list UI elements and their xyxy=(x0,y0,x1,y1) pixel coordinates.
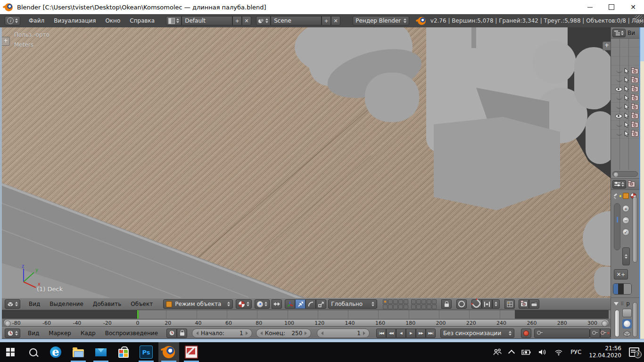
screen-layout-icon-button[interactable] xyxy=(166,16,182,25)
insert-keyframe-button[interactable] xyxy=(590,329,600,338)
taskbar-photoshop-button[interactable]: Ps xyxy=(136,342,157,362)
cube-button[interactable] xyxy=(623,330,631,337)
taskbar-search-button[interactable] xyxy=(23,342,43,362)
language-indicator[interactable]: РУС xyxy=(570,349,581,355)
chevron-up-icon[interactable] xyxy=(509,349,514,355)
minimize-button[interactable] xyxy=(579,0,601,14)
layer-cell[interactable] xyxy=(388,299,393,304)
scrollbar-right-knob[interactable] xyxy=(602,321,608,327)
camera-restrict-render-icon[interactable] xyxy=(631,86,638,92)
manipulator-axes-button[interactable] xyxy=(285,299,295,309)
outliner-display-dropdown[interactable] xyxy=(612,29,626,37)
layer-cell[interactable] xyxy=(404,299,408,304)
menu-item[interactable]: Окно xyxy=(100,17,125,24)
camera-restrict-render-icon[interactable] xyxy=(631,77,638,83)
outliner-object-row[interactable] xyxy=(611,94,639,103)
slider-track[interactable] xyxy=(614,203,620,250)
cursor-restrict-select-icon[interactable] xyxy=(624,104,629,110)
render-border-button[interactable] xyxy=(504,299,515,309)
outliner-object-row[interactable] xyxy=(611,76,639,85)
screen-layout-name-field[interactable]: Default xyxy=(182,16,232,25)
playback-button[interactable]: ◀ xyxy=(396,329,406,338)
close-button[interactable]: ✕ xyxy=(622,0,644,14)
window-titlebar[interactable]: Blender [C:\Users\tvister\Desktop\Okean\… xyxy=(0,0,644,15)
cursor-restrict-select-icon[interactable] xyxy=(624,95,629,101)
start-button[interactable] xyxy=(0,342,21,362)
frame-end-field[interactable]: Конец: 250 xyxy=(256,329,312,338)
timeline-playhead[interactable] xyxy=(137,310,139,319)
cursor-restrict-select-icon[interactable] xyxy=(624,122,629,128)
bottom-right-scrollbar[interactable] xyxy=(633,302,637,337)
camera-restrict-render-icon[interactable] xyxy=(631,104,638,110)
layer-cell[interactable] xyxy=(427,299,431,304)
playback-button[interactable]: |◀◀ xyxy=(376,329,386,338)
timeline-canvas[interactable] xyxy=(2,310,611,319)
render-engine-dropdown[interactable]: Рендер Blender xyxy=(353,16,409,25)
menu-item[interactable]: Добавить xyxy=(88,301,126,307)
cursor-restrict-select-icon[interactable] xyxy=(624,77,629,83)
toolshelf-open-tab[interactable]: + xyxy=(2,37,10,46)
delete-scene-button[interactable]: ✕ xyxy=(331,16,340,25)
layer-cell[interactable] xyxy=(416,304,421,309)
layer-cell[interactable] xyxy=(421,299,426,304)
auto-keyframe-button[interactable] xyxy=(521,329,531,338)
cursor-restrict-select-icon[interactable] xyxy=(624,113,629,119)
menu-item[interactable]: Объект xyxy=(126,301,157,307)
sync-mode-dropdown[interactable]: Без синхронизации xyxy=(440,329,514,338)
frame-start-field[interactable]: Начало: 1 xyxy=(192,329,252,338)
timeline-ruler[interactable]: -80-60-40-200204060801001201401601802002… xyxy=(2,319,611,327)
knob-minus[interactable]: − xyxy=(622,217,629,224)
eye-icon[interactable] xyxy=(616,123,622,127)
knob-plus[interactable]: + xyxy=(622,205,629,212)
menu-item[interactable]: Выделение xyxy=(45,301,88,307)
cursor-restrict-select-icon[interactable] xyxy=(624,68,629,74)
add-scene-button[interactable]: + xyxy=(322,16,331,25)
playback-button[interactable]: ▶▶| xyxy=(426,329,436,338)
transform-orientation-dropdown[interactable]: Глобально xyxy=(328,299,377,309)
outliner-object-row[interactable] xyxy=(611,112,639,121)
snap-options-arrows[interactable] xyxy=(492,299,500,309)
taskbar-clock[interactable]: 21:56 12.04.2020 xyxy=(589,345,621,359)
layer-cell[interactable] xyxy=(393,299,398,304)
cursor-restrict-select-icon[interactable] xyxy=(624,131,629,137)
timeline-scrollbar[interactable]: -80-60-40-200204060801001201401601802002… xyxy=(3,319,609,327)
outliner-object-row[interactable] xyxy=(611,85,639,94)
outliner-object-row[interactable] xyxy=(611,67,639,76)
delete-keyframe-button[interactable]: ✕ xyxy=(600,329,611,338)
window-resize-grip[interactable] xyxy=(635,15,643,24)
taskbar-store-button[interactable] xyxy=(113,342,134,362)
render-tab-camera-icon[interactable] xyxy=(628,181,635,187)
scene-icon-button[interactable] xyxy=(256,16,271,25)
snap-toggle-button[interactable] xyxy=(471,299,482,309)
layer-cell[interactable] xyxy=(432,304,437,309)
viewport-shading-dropdown[interactable] xyxy=(236,299,252,309)
eye-icon[interactable] xyxy=(616,69,622,73)
pin-icon[interactable] xyxy=(613,194,618,198)
layer-cell[interactable] xyxy=(404,304,408,309)
rotate-manipulator-button[interactable] xyxy=(305,299,316,309)
maximize-button[interactable] xyxy=(601,0,622,14)
menu-item[interactable]: Маркер xyxy=(44,330,76,337)
lock-to-scene-button[interactable] xyxy=(441,299,452,309)
layer-cell[interactable] xyxy=(411,304,416,309)
eye-icon[interactable] xyxy=(616,132,622,136)
outliner-object-row[interactable] xyxy=(611,130,639,139)
use-preview-range-button[interactable] xyxy=(166,329,177,338)
increment-arrow[interactable] xyxy=(246,331,248,335)
properties-scrollbar[interactable] xyxy=(633,197,637,263)
sphere-button-selected[interactable] xyxy=(622,319,632,329)
manipulator-toggle-button[interactable] xyxy=(272,299,282,309)
snap-element-button[interactable] xyxy=(482,299,492,309)
scene-name-field[interactable]: Scene xyxy=(271,16,322,25)
layer-cell[interactable] xyxy=(388,304,393,309)
menu-item[interactable]: Файл xyxy=(24,17,49,24)
bottom-left-scrollbar[interactable] xyxy=(615,310,619,337)
view3d-editor-type-button[interactable] xyxy=(5,299,20,309)
camera-restrict-render-icon[interactable] xyxy=(631,95,638,101)
menu-item[interactable]: Кадр xyxy=(76,330,100,337)
eye-icon[interactable] xyxy=(615,87,622,91)
outliner-object-row[interactable] xyxy=(611,121,639,130)
layer-cell[interactable] xyxy=(398,304,403,309)
decrement-arrow[interactable] xyxy=(196,331,198,335)
eye-icon[interactable] xyxy=(616,96,622,100)
